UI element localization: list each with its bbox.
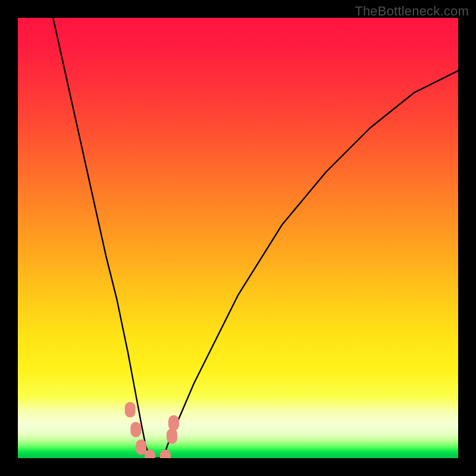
data-marker bbox=[125, 402, 136, 418]
curve-layer bbox=[18, 18, 458, 458]
plot-area bbox=[18, 18, 458, 458]
chart-frame: TheBottleneck.com bbox=[0, 0, 476, 476]
data-marker bbox=[168, 415, 179, 431]
data-marker bbox=[167, 428, 177, 444]
data-marker bbox=[130, 422, 141, 437]
marker-layer bbox=[125, 402, 179, 458]
watermark-text: TheBottleneck.com bbox=[355, 4, 469, 19]
data-marker bbox=[160, 450, 171, 458]
data-marker bbox=[136, 440, 146, 455]
bottleneck-curve bbox=[53, 18, 458, 458]
